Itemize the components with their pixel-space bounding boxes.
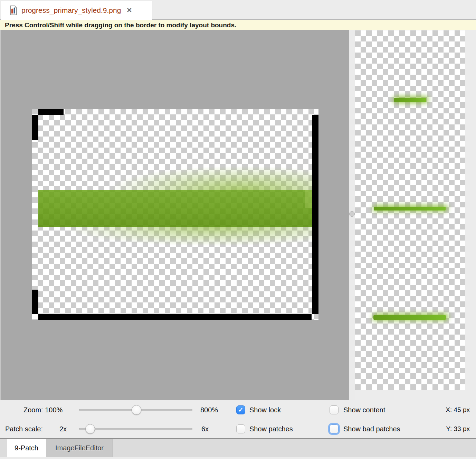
tab-9patch-label: 9-Patch <box>15 444 38 452</box>
ninepatch-editor-window: progress_primary_styled.9.png ✕ Press Co… <box>0 0 476 459</box>
zoom-value: 100% <box>45 406 63 414</box>
ninepatch-image[interactable] <box>32 109 318 320</box>
show-bad-patches-checkbox[interactable]: ✓ <box>330 424 339 433</box>
show-content-checkbox[interactable]: ✓ <box>330 405 339 414</box>
patch-scale-slider-track[interactable] <box>79 428 192 430</box>
splitter-handle-icon[interactable] <box>349 211 355 217</box>
file-tab-title: progress_primary_styled.9.png <box>21 6 121 15</box>
show-patches-label: Show patches <box>249 424 293 434</box>
editor-tab-strip: progress_primary_styled.9.png ✕ <box>0 0 476 20</box>
green-bar-highlight <box>305 190 312 208</box>
image-file-icon <box>10 6 17 15</box>
show-content-label: Show content <box>343 405 385 415</box>
hint-banner-text: Press Control/Shift while dragging on th… <box>5 21 236 29</box>
patch-marker-top[interactable] <box>38 109 64 115</box>
preview-bar-large <box>373 315 446 320</box>
green-progress-bar <box>38 190 312 227</box>
tab-imagefileeditor[interactable]: ImageFileEditor <box>46 439 113 457</box>
green-glow-above <box>77 161 312 190</box>
check-icon: ✓ <box>238 407 243 413</box>
file-tab[interactable]: progress_primary_styled.9.png ✕ <box>1 1 152 20</box>
patch-marker-bottom[interactable] <box>38 314 312 320</box>
control-panel: Zoom: 100% 800% ✓ Show lock ✓ Show conte… <box>0 400 476 438</box>
close-icon[interactable]: ✕ <box>126 6 132 14</box>
patch-scale-max-label: 6x <box>201 424 209 434</box>
patch-marker-left-bottom[interactable] <box>32 290 38 314</box>
zoom-max-label: 800% <box>200 405 218 415</box>
patch-scale-slider-knob[interactable] <box>85 424 95 434</box>
footer-tab-strip: 9-Patch ImageFileEditor <box>0 439 476 457</box>
show-patches-checkbox[interactable]: ✓ <box>236 424 245 433</box>
patch-marker-left-top[interactable] <box>32 115 38 140</box>
green-glow-below <box>56 227 312 250</box>
cursor-y-readout: Y: 33 px <box>435 424 470 434</box>
zoom-slider-knob[interactable] <box>132 405 141 415</box>
preview-bar-medium <box>374 207 446 210</box>
editor-canvas[interactable] <box>1 30 349 400</box>
show-lock-label: Show lock <box>249 405 281 415</box>
preview-checkerboard <box>355 30 465 390</box>
patch-scale-min-label: 2x <box>59 424 67 434</box>
hint-banner: Press Control/Shift while dragging on th… <box>0 20 476 30</box>
patch-scale-label: Patch scale: <box>5 424 43 434</box>
zoom-label: Zoom: 100% <box>23 405 63 415</box>
show-bad-patches-label: Show bad patches <box>343 424 400 434</box>
footer-fill <box>0 457 476 459</box>
preview-bar-small <box>394 98 426 102</box>
show-lock-checkbox[interactable]: ✓ <box>236 405 245 414</box>
tab-imagefileeditor-label: ImageFileEditor <box>55 444 104 452</box>
tab-9patch[interactable]: 9-Patch <box>7 439 46 457</box>
preview-panel <box>355 30 476 400</box>
cursor-x-readout: X: 45 px <box>435 405 470 415</box>
patch-marker-right[interactable] <box>312 115 318 314</box>
